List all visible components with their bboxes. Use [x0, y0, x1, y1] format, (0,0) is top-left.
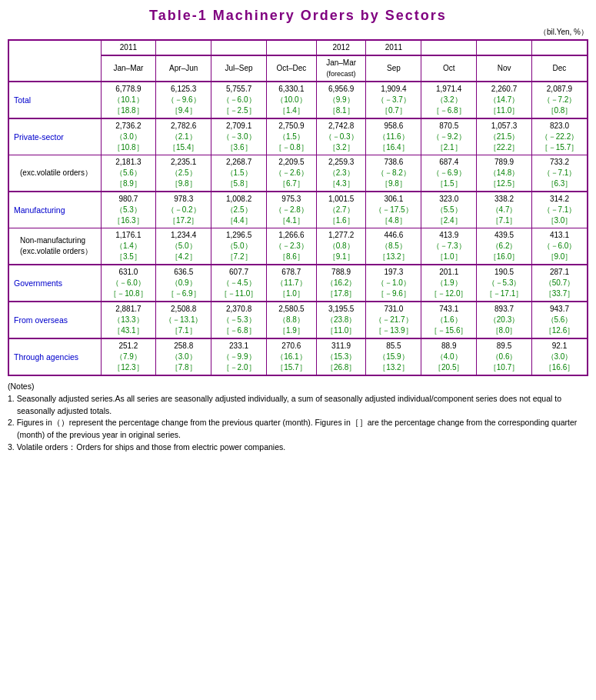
data-cell-r6-c3: 2,580.5（8.8）［1.9］ — [266, 302, 316, 338]
page-title: Table-1 Machinery Orders by Sectors — [8, 8, 588, 24]
data-cell-r3-c3: 975.3（－2.8）［4.1］ — [266, 192, 316, 228]
data-cell-r4-c2: 1,296.5（5.0）［7.2］ — [211, 228, 267, 265]
data-cell-r4-c4: 1,277.2（0.8）［9.1］ — [316, 228, 366, 265]
notes-title: (Notes) — [8, 381, 588, 393]
col-oct3: Oct — [421, 55, 477, 82]
data-cell-r3-c1: 978.3（－0.2）［17.2］ — [156, 192, 211, 228]
data-cell-r7-c0: 251.2（7.9）［12.3］ — [101, 338, 156, 375]
table-row: Governments631.0（－6.0）［－10.8］636.5（0.9）［… — [8, 265, 588, 302]
data-cell-r1-c5: 958.6（11.6）［16.4］ — [366, 118, 421, 155]
col-header-2011b: 2011 — [366, 40, 421, 55]
data-cell-r1-c7: 1,057.3（21.5）［22.2］ — [477, 118, 532, 155]
data-cell-r0-c7: 2,260.7（14.7）［11.0］ — [477, 82, 532, 118]
data-cell-r6-c2: 2,370.8（－5.3）［－6.8］ — [211, 302, 267, 338]
data-cell-r7-c1: 258.8（3.0）［7.8］ — [156, 338, 211, 375]
col-nov2: Nov — [477, 55, 532, 82]
table-row: Private-sector2,736.2（3.0）［10.8］2,782.6（… — [8, 118, 588, 155]
data-cell-r5-c1: 636.5（0.9）［－6.9］ — [156, 265, 211, 302]
data-cell-r6-c6: 743.1（1.6）［－15.6］ — [421, 302, 477, 338]
data-cell-r3-c0: 980.7（5.3）［16.3］ — [101, 192, 156, 228]
data-cell-r1-c4: 2,742.8（－0.3）［3.2］ — [316, 118, 366, 155]
row-header-2: (exc.volatile orders） — [8, 155, 101, 192]
col-header-label — [8, 40, 101, 82]
row-header-6: From overseas — [8, 302, 101, 338]
notes-section: (Notes) 1. Seasonally adjusted series.As… — [8, 381, 588, 454]
data-cell-r5-c4: 788.9（16.2）［17.8］ — [316, 265, 366, 302]
main-table: 2011 2012 2011 Jan–Mar Apr–Jun Jul–Sep O… — [8, 39, 588, 376]
col-dec2: Dec — [531, 55, 588, 82]
table-row: Manufacturing980.7（5.3）［16.3］978.3（－0.2）… — [8, 192, 588, 228]
data-cell-r7-c7: 89.5（0.6）［10.7］ — [477, 338, 532, 375]
unit-label: （bil.Yen, %） — [8, 27, 588, 38]
table-row: Total6,778.9（10.1）［18.8］6,125.3（－9.6）［9.… — [8, 82, 588, 118]
data-cell-r0-c4: 6,956.9（9.9）［8.1］ — [316, 82, 366, 118]
data-cell-r1-c2: 2,709.1（－3.0）［3.6］ — [211, 118, 267, 155]
data-cell-r6-c7: 893.7（20.3）［8.0］ — [477, 302, 532, 338]
table-row: Non-manufacturing(exc.volatile orders）1,… — [8, 228, 588, 265]
row-header-5: Governments — [8, 265, 101, 302]
data-cell-r0-c5: 1,909.4（－3.7）［0.7］ — [366, 82, 421, 118]
data-cell-r1-c0: 2,736.2（3.0）［10.8］ — [101, 118, 156, 155]
data-cell-r2-c0: 2,181.3（5.6）［8.9］ — [101, 155, 156, 192]
data-cell-r4-c8: 413.1（－6.0）［9.0］ — [531, 228, 588, 265]
col-apr-jun: Apr–Jun — [156, 55, 211, 82]
note-item-2: 3. Volatile orders：Orders for ships and … — [8, 442, 588, 454]
data-cell-r6-c4: 3,195.5（23.8）［11.0］ — [316, 302, 366, 338]
data-cell-r4-c7: 439.5（6.2）［16.0］ — [477, 228, 532, 265]
data-cell-r6-c1: 2,508.8（－13.1）［7.1］ — [156, 302, 211, 338]
table-row: Through agencies251.2（7.9）［12.3］258.8（3.… — [8, 338, 588, 375]
data-cell-r5-c3: 678.7（11.7）［1.0］ — [266, 265, 316, 302]
col-jul-sep: Jul–Sep — [211, 55, 267, 82]
data-cell-r5-c5: 197.3（－1.0）［－9.6］ — [366, 265, 421, 302]
data-cell-r5-c0: 631.0（－6.0）［－10.8］ — [101, 265, 156, 302]
col-jan-mar: Jan–Mar — [101, 55, 156, 82]
data-cell-r6-c5: 731.0（－21.7）［－13.9］ — [366, 302, 421, 338]
data-cell-r2-c1: 2,235.1（2.5）［9.8］ — [156, 155, 211, 192]
data-cell-r7-c2: 233.1（－9.9）［－2.0］ — [211, 338, 267, 375]
col-header-2012: 2012 — [316, 40, 366, 55]
data-cell-r2-c5: 738.6（－8.2）［9.8］ — [366, 155, 421, 192]
data-cell-r3-c8: 314.2（－7.1）［3.0］ — [531, 192, 588, 228]
col-header-oct2 — [421, 40, 477, 55]
data-cell-r7-c3: 270.6（16.1）［15.7］ — [266, 338, 316, 375]
data-cell-r1-c3: 2,750.9（1.5）［－0.8］ — [266, 118, 316, 155]
data-cell-r6-c8: 943.7（5.6）［12.6］ — [531, 302, 588, 338]
data-cell-r7-c4: 311.9（15.3）［26.8］ — [316, 338, 366, 375]
data-cell-r6-c0: 2,881.7（13.3）［43.1］ — [101, 302, 156, 338]
data-cell-r3-c6: 323.0（5.5）［2.4］ — [421, 192, 477, 228]
data-cell-r7-c6: 88.9（4.0）［20.5］ — [421, 338, 477, 375]
data-cell-r0-c6: 1,971.4（3.2）［－6.8］ — [421, 82, 477, 118]
data-cell-r7-c8: 92.1（3.0）［16.6］ — [531, 338, 588, 375]
data-cell-r1-c6: 870.5（－9.2）［2.1］ — [421, 118, 477, 155]
data-cell-r4-c5: 446.6（8.5）［13.2］ — [366, 228, 421, 265]
data-cell-r5-c8: 287.1（50.7）［33.7］ — [531, 265, 588, 302]
data-cell-r2-c3: 2,209.5（－2.6）［6.7］ — [266, 155, 316, 192]
data-cell-r3-c4: 1,001.5（2.7）［1.6］ — [316, 192, 366, 228]
data-cell-r1-c8: 823.0（－22.2）［－15.7］ — [531, 118, 588, 155]
header-row-1: 2011 2012 2011 — [8, 40, 588, 55]
data-cell-r0-c3: 6,330.1（10.0）［1.4］ — [266, 82, 316, 118]
row-header-4: Non-manufacturing(exc.volatile orders） — [8, 228, 101, 265]
note-item-1: 2. Figures in（）represent the percentage … — [8, 417, 588, 442]
data-cell-r5-c6: 201.1（1.9）［－12.0］ — [421, 265, 477, 302]
data-cell-r4-c6: 413.9（－7.3）［1.0］ — [421, 228, 477, 265]
data-cell-r4-c3: 1,266.6（－2.3）［8.6］ — [266, 228, 316, 265]
data-cell-r0-c0: 6,778.9（10.1）［18.8］ — [101, 82, 156, 118]
note-item-0: 1. Seasonally adjusted series.As all ser… — [8, 393, 588, 418]
col-sep: Sep — [366, 55, 421, 82]
data-cell-r2-c2: 2,268.7（1.5）［5.8］ — [211, 155, 267, 192]
data-cell-r2-c8: 733.2（－7.1）［6.3］ — [531, 155, 588, 192]
data-cell-r2-c4: 2,259.3（2.3）［4.3］ — [316, 155, 366, 192]
col-header-nov — [477, 40, 532, 55]
table-row: From overseas2,881.7（13.3）［43.1］2,508.8（… — [8, 302, 588, 338]
col-header-2011: 2011 — [101, 40, 156, 55]
col-jan-mar-2: Jan–Mar(forecast) — [316, 55, 366, 82]
col-header-dec — [531, 40, 588, 55]
row-header-7: Through agencies — [8, 338, 101, 375]
row-header-1: Private-sector — [8, 118, 101, 155]
data-cell-r3-c7: 338.2（4.7）［7.1］ — [477, 192, 532, 228]
data-cell-r5-c2: 607.7（－4.5）［－11.0］ — [211, 265, 267, 302]
col-header-jul — [211, 40, 267, 55]
row-header-0: Total — [8, 82, 101, 118]
data-cell-r7-c5: 85.5（15.9）［13.2］ — [366, 338, 421, 375]
